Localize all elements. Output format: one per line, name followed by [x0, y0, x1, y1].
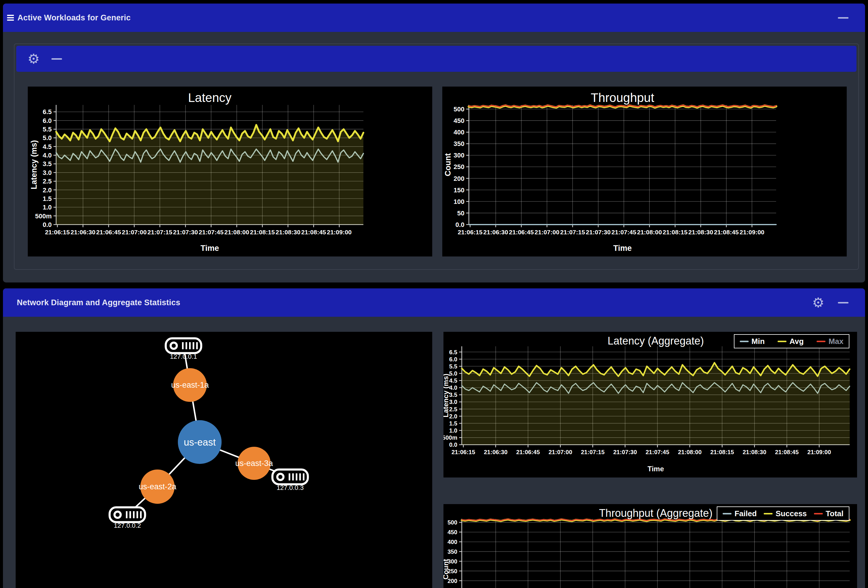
y-tick-label: 500m [443, 434, 457, 441]
menu-icon[interactable] [7, 15, 14, 21]
server-icon[interactable]: 127.0.0.1 [166, 338, 201, 360]
network-node-label: us-east-3a [235, 459, 273, 468]
legend-swatch [764, 513, 773, 514]
x-tick-label: 21:07:45 [645, 449, 669, 455]
x-tick-label: 21:06:30 [71, 229, 95, 235]
legend-entry-min[interactable]: Min [740, 337, 765, 346]
x-tick-label: 21:07:30 [173, 229, 198, 235]
y-tick-label: 300 [453, 152, 464, 159]
x-tick-label: 21:06:15 [458, 229, 483, 235]
x-tick-label: 21:07:30 [586, 229, 611, 235]
x-tick-label: 21:07:15 [581, 449, 604, 455]
y-tick-label: 250 [453, 163, 464, 170]
panel2-header[interactable]: Network Diagram and Aggregate Statistics… [3, 288, 865, 317]
x-tick-label: 21:08:15 [663, 229, 688, 235]
y-tick-label: 3.5 [449, 392, 457, 398]
y-tick-label: 1.0 [43, 204, 52, 211]
workloads-toolbar[interactable]: ⚙ [16, 46, 856, 72]
panel2-title: Network Diagram and Aggregate Statistics [17, 298, 180, 307]
y-tick-label: 2.0 [43, 186, 52, 194]
y-tick-label: 6.5 [43, 108, 52, 115]
x-tick-label: 21:09:00 [740, 229, 764, 235]
y-axis-label: Latency (ms) [443, 374, 450, 417]
y-tick-label: 200 [453, 175, 464, 182]
panel1-header[interactable]: Active Workloads for Generic [3, 3, 865, 32]
latency-plot-area[interactable]: 0.0500m1.01.52.02.53.03.54.04.55.05.56.0… [28, 87, 432, 257]
legend-entry-avg[interactable]: Avg [778, 337, 804, 346]
throughput-plot-area[interactable]: 0.05010015020025030035040045050021:06:15… [442, 87, 847, 257]
panel1-collapse-icon[interactable] [838, 17, 849, 19]
y-tick-label: 5.5 [43, 126, 52, 133]
legend-entry-total[interactable]: Total [814, 509, 843, 518]
y-tick-label: 5.5 [449, 363, 457, 369]
gear-icon[interactable]: ⚙ [812, 296, 824, 309]
latency-chart[interactable]: Latency 0.0500m1.01.52.02.53.03.54.04.55… [28, 87, 432, 257]
y-tick-label: 350 [453, 140, 464, 148]
legend-swatch [814, 513, 823, 514]
x-tick-label: 21:08:45 [714, 229, 739, 235]
x-axis-label: Time [648, 465, 664, 473]
y-tick-label: 0.0 [449, 442, 457, 448]
x-tick-label: 21:06:30 [483, 229, 508, 235]
legend-entry-failed[interactable]: Failed [723, 509, 757, 518]
x-tick-label: 21:08:30 [743, 449, 766, 455]
server-ip-label: 127.0.0.3 [276, 484, 304, 491]
y-tick-label: 400 [447, 539, 457, 545]
network-node-label: us-east-2a [139, 482, 177, 491]
y-tick-label: 450 [453, 117, 464, 124]
gear-icon[interactable]: ⚙ [28, 52, 40, 66]
y-tick-label: 500 [453, 105, 464, 113]
y-tick-label: 5.0 [449, 370, 457, 377]
y-axis-label: Count [443, 559, 450, 579]
series-fill-avg [462, 363, 850, 445]
y-tick-label: 6.0 [43, 117, 52, 124]
network-diagram[interactable]: 127.0.0.1127.0.0.2127.0.0.3us-eastus-eas… [16, 332, 432, 588]
x-tick-label: 21:06:45 [516, 449, 540, 455]
y-tick-label: 1.5 [43, 195, 52, 202]
panel1-title: Active Workloads for Generic [18, 13, 131, 22]
x-tick-label: 21:07:15 [560, 229, 585, 235]
y-tick-label: 400 [453, 129, 464, 136]
latency-aggregate-chart[interactable]: Latency (Aggregate) 0.0500m1.01.52.02.53… [443, 332, 857, 477]
server-icon[interactable]: 127.0.0.3 [272, 470, 308, 491]
server-icon[interactable]: 127.0.0.2 [109, 507, 145, 529]
legend-swatch [816, 341, 825, 342]
y-tick-label: 4.5 [449, 377, 457, 384]
y-tick-label: 350 [447, 548, 457, 555]
x-tick-label: 21:08:00 [678, 449, 702, 455]
network-node-label: us-east-1a [171, 381, 209, 389]
throughput-chart[interactable]: Throughput 0.050100150200250300350400450… [442, 87, 847, 257]
x-tick-label: 21:09:00 [327, 229, 351, 235]
x-tick-label: 21:07:00 [122, 229, 146, 235]
latency-aggregate-legend[interactable]: MinAvgMax [734, 334, 850, 349]
panel2-collapse-icon[interactable] [838, 302, 849, 303]
y-tick-label: 4.0 [43, 152, 52, 159]
latency-aggregate-plot-area[interactable]: 0.0500m1.01.52.02.53.03.54.04.55.05.56.0… [443, 332, 857, 477]
y-tick-label: 0.0 [43, 221, 52, 228]
network-node-label: us-east [184, 437, 216, 448]
y-tick-label: 4.5 [43, 143, 52, 151]
throughput-aggregate-legend[interactable]: FailedSuccessTotal [717, 507, 849, 521]
x-tick-label: 21:07:30 [613, 449, 637, 455]
server-ip-label: 127.0.0.2 [114, 522, 141, 529]
legend-label: Min [751, 337, 765, 346]
y-tick-label: 6.5 [449, 349, 457, 356]
x-tick-label: 21:06:15 [452, 449, 475, 455]
server-ip-label: 127.0.0.1 [170, 353, 197, 360]
y-tick-label: 3.0 [43, 169, 52, 176]
toolbar-collapse-icon[interactable] [52, 58, 62, 60]
x-tick-label: 21:07:00 [549, 449, 572, 455]
network-diagram-canvas[interactable]: 127.0.0.1127.0.0.2127.0.0.3us-eastus-eas… [16, 332, 432, 588]
legend-swatch [723, 513, 732, 514]
y-tick-label: 50 [457, 210, 464, 217]
x-tick-label: 21:08:15 [710, 449, 734, 455]
y-tick-label: 2.5 [449, 406, 457, 412]
legend-label: Avg [790, 337, 804, 346]
legend-swatch [778, 341, 787, 342]
throughput-aggregate-chart[interactable]: Throughput (Aggregate) 0.050100150200250… [443, 504, 857, 588]
x-tick-label: 21:09:00 [807, 449, 831, 455]
y-tick-label: 1.0 [449, 427, 457, 434]
x-axis-label: Time [201, 244, 219, 253]
legend-entry-max[interactable]: Max [816, 337, 843, 346]
legend-entry-success[interactable]: Success [764, 509, 807, 518]
